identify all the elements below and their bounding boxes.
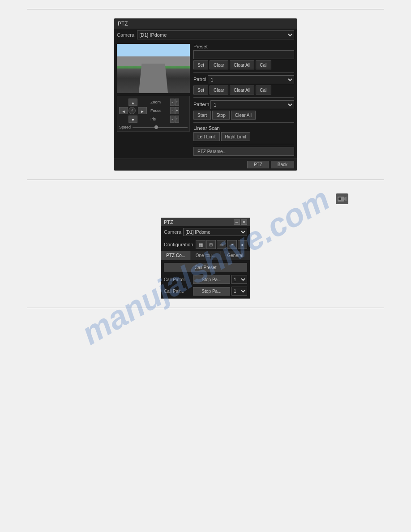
focus-label: Focus xyxy=(150,108,170,113)
call-pattern-label: Call Palt... xyxy=(164,289,192,294)
pattern-value-dropdown[interactable]: 1 xyxy=(231,287,247,296)
config-grid-icon-btn[interactable]: ▦ xyxy=(196,240,205,249)
second-ptz-body: Call Preset Call Patrol Stop Pa... 1 Cal… xyxy=(161,260,250,298)
pattern-stop-btn[interactable]: Stop xyxy=(212,111,230,120)
stop-pattern-btn[interactable]: Stop Pa... xyxy=(193,287,230,296)
pattern-label: Pattern xyxy=(193,102,209,107)
focus-plus-btn[interactable]: + xyxy=(175,107,180,114)
stop-patrol-btn[interactable]: Stop Pa... xyxy=(193,275,230,284)
preset-label: Preset xyxy=(193,44,294,49)
pattern-header-row: Pattern 1 xyxy=(193,100,294,109)
preset-set-btn[interactable]: Set xyxy=(193,60,208,69)
patrol-clear-all-btn[interactable]: Clear All xyxy=(230,86,254,94)
linear-scan-btn-row: Left Limit Right Limit xyxy=(193,132,294,141)
pattern-btn-row: Start Stop Clear All xyxy=(193,111,294,120)
svg-marker-1 xyxy=(344,197,347,201)
first-ptz-camera-label: Camera xyxy=(117,32,134,38)
second-ptz-title-controls: ─ ✕ xyxy=(234,219,247,225)
preset-input[interactable] xyxy=(193,50,294,59)
tab-ptz-control[interactable]: PTZ Co... xyxy=(161,251,191,260)
config-label: Configuration xyxy=(164,242,193,247)
preset-btn-row: Set Clear Clear All Call xyxy=(193,60,294,69)
call-patrol-label: Call Patrol xyxy=(164,277,192,282)
linear-scan-section: Linear Scan Left Limit Right Limit xyxy=(193,125,294,141)
second-ptz-camera-row: Camera [D1] IPdome xyxy=(161,226,250,238)
preset-clear-btn[interactable]: Clear xyxy=(210,60,228,69)
ptz-params-btn[interactable]: PTZ Parame... xyxy=(193,147,294,156)
first-ptz-section: PTZ Camera [D1] IPdome xyxy=(0,9,411,180)
patrol-call-btn[interactable]: Call xyxy=(256,86,271,94)
ptz-right-btn[interactable]: ► xyxy=(138,107,147,114)
second-ptz-title-bar: PTZ ─ ✕ xyxy=(161,218,250,226)
iris-label: Iris xyxy=(150,117,170,121)
separator-2 xyxy=(193,97,294,98)
speed-row: Speed xyxy=(119,125,188,129)
patrol-header-row: Patrol 1 xyxy=(193,75,294,84)
config-grid2-icon-btn[interactable]: ⊞ xyxy=(206,240,216,249)
ptz-up-btn[interactable]: ▲ xyxy=(128,99,137,106)
pattern-clear-all-btn[interactable]: Clear All xyxy=(231,111,256,120)
first-ptz-camera-dropdown[interactable]: [D1] IPdome xyxy=(137,30,294,39)
second-ptz-minimize-btn[interactable]: ─ xyxy=(234,219,240,225)
focus-minus-btn[interactable]: - xyxy=(170,107,175,114)
first-ptz-title-bar: PTZ xyxy=(114,19,297,29)
patrol-section: Patrol 1 Set Clear Clear All Call xyxy=(193,75,294,94)
ptz-left-btn[interactable]: ◄ xyxy=(119,107,128,114)
call-patrol-row: Call Patrol Stop Pa... 1 xyxy=(164,275,247,284)
ptz-center-btn[interactable]: ↺ xyxy=(128,107,136,114)
config-brightness-icon-btn[interactable]: ☀ xyxy=(227,240,236,249)
camera-icon xyxy=(336,193,348,204)
pattern-start-btn[interactable]: Start xyxy=(193,111,211,120)
camera-feed-road xyxy=(139,64,168,93)
left-limit-btn[interactable]: Left Limit xyxy=(193,132,220,141)
page: PTZ Camera [D1] IPdome xyxy=(0,0,411,317)
first-ptz-right: Preset Set Clear Clear All Call P xyxy=(193,41,297,159)
second-ptz-config-row: Configuration ▦ ⊞ ▭ ☀ ● xyxy=(161,238,250,251)
speed-label: Speed xyxy=(119,125,131,129)
second-ptz-camera-label: Camera xyxy=(164,229,181,235)
second-ptz-camera-dropdown[interactable]: [D1] IPdome xyxy=(183,228,247,236)
config-monitor-icon-btn[interactable]: ▭ xyxy=(217,240,226,249)
patrol-dropdown[interactable]: 1 xyxy=(208,75,294,84)
call-pattern-row: Call Palt... Stop Pa... 1 xyxy=(164,287,247,296)
ptz-bottom-ptz-btn[interactable]: PTZ xyxy=(247,161,269,168)
svg-rect-2 xyxy=(338,197,341,200)
patrol-clear-btn[interactable]: Clear xyxy=(210,86,228,94)
zoom-minus-btn[interactable]: - xyxy=(170,99,175,106)
tab-general[interactable]: General xyxy=(221,251,250,260)
first-ptz-title: PTZ xyxy=(118,21,128,27)
ptz-down-btn[interactable]: ▼ xyxy=(128,116,137,123)
ptz-bottom-back-btn[interactable]: Back xyxy=(271,161,294,168)
tab-one-touch[interactable]: One-tou... xyxy=(191,251,220,260)
speed-slider[interactable] xyxy=(133,127,188,128)
preset-section: Preset Set Clear Clear All Call xyxy=(193,44,294,69)
patrol-value-dropdown[interactable]: 1 xyxy=(231,275,247,284)
preset-clear-all-btn[interactable]: Clear All xyxy=(230,60,254,69)
second-ptz-title: PTZ xyxy=(164,219,173,225)
iris-plus-btn[interactable]: + xyxy=(175,116,180,123)
ptz-params-section: PTZ Parame... xyxy=(193,147,294,156)
iris-minus-btn[interactable]: - xyxy=(170,116,175,123)
separator-4 xyxy=(193,144,294,144)
patrol-set-btn[interactable]: Set xyxy=(193,86,208,94)
first-ptz-bottom-bar: PTZ Back xyxy=(114,159,297,170)
camera-feed xyxy=(117,44,190,93)
separator-1 xyxy=(193,72,294,73)
separator-3 xyxy=(193,122,294,123)
second-ptz-close-btn[interactable]: ✕ xyxy=(241,219,247,225)
speed-thumb xyxy=(154,125,158,129)
patrol-label: Patrol xyxy=(193,77,206,82)
first-ptz-window: PTZ Camera [D1] IPdome xyxy=(114,18,297,171)
patrol-btn-row: Set Clear Clear All Call xyxy=(193,86,294,94)
call-preset-btn[interactable]: Call Preset xyxy=(164,263,247,272)
pattern-section: Pattern 1 Start Stop Clear All xyxy=(193,100,294,120)
ptz-grid: ▲ Zoom - + ◄ ↺ xyxy=(119,98,188,123)
second-ptz-window: PTZ ─ ✕ Camera [D1] IPdome Configuration… xyxy=(161,218,250,299)
zoom-plus-btn[interactable]: + xyxy=(175,99,180,106)
right-limit-btn[interactable]: Right Limit xyxy=(221,132,250,141)
first-ptz-camera-row: Camera [D1] IPdome xyxy=(114,29,297,41)
config-color-icon-btn[interactable]: ● xyxy=(238,240,247,249)
pattern-dropdown[interactable]: 1 xyxy=(210,100,294,109)
ptz-direction-controls: ▲ Zoom - + ◄ ↺ xyxy=(117,96,190,132)
preset-call-btn[interactable]: Call xyxy=(256,60,271,69)
